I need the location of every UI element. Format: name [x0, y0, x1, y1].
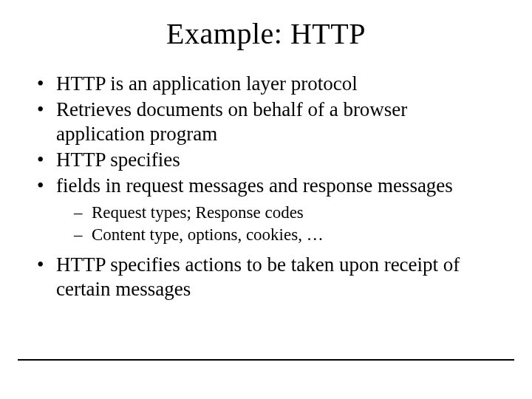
bullet-text: HTTP specifies — [56, 149, 180, 171]
bullet-item: Retrieves documents on behalf of a brows… — [34, 98, 498, 146]
bullet-text: fields in request messages and response … — [56, 174, 453, 197]
bullet-list: HTTP is an application layer protocol Re… — [34, 72, 498, 301]
bullet-text: Retrieves documents on behalf of a brows… — [56, 98, 407, 145]
sub-bullet-text: Content type, options, cookies, … — [92, 225, 324, 244]
sub-bullet-list: Request types; Response codes Content ty… — [56, 202, 498, 245]
sub-bullet-item: Content type, options, cookies, … — [74, 225, 498, 245]
bullet-item: HTTP specifies actions to be taken upon … — [34, 253, 498, 301]
bullet-text: HTTP specifies actions to be taken upon … — [56, 253, 460, 300]
sub-bullet-text: Request types; Response codes — [92, 203, 304, 222]
sub-bullet-item: Request types; Response codes — [74, 202, 498, 223]
slide-body: HTTP is an application layer protocol Re… — [0, 51, 532, 301]
bullet-item: fields in request messages and response … — [34, 174, 498, 245]
horizontal-rule — [18, 359, 514, 361]
bullet-text: HTTP is an application layer protocol — [56, 72, 358, 95]
bullet-item: HTTP specifies — [34, 148, 498, 172]
slide: Example: HTTP HTTP is an application lay… — [0, 0, 532, 399]
slide-title: Example: HTTP — [0, 0, 532, 51]
bullet-item: HTTP is an application layer protocol — [34, 72, 498, 96]
